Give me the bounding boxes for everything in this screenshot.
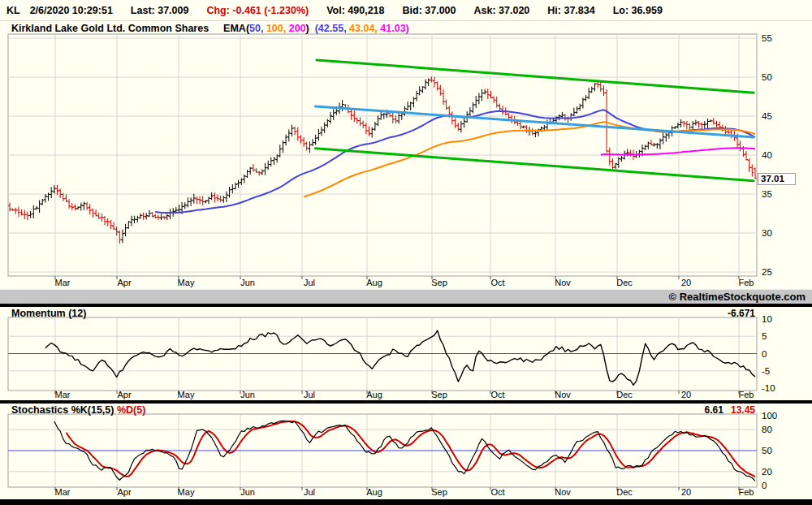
stochastics-chart: MarAprMayJunJulAugSepOctNovDec20Feb10080… xyxy=(0,404,812,499)
svg-text:20: 20 xyxy=(681,390,691,399)
svg-text:Dec: Dec xyxy=(616,487,633,497)
svg-text:Feb: Feb xyxy=(739,278,754,287)
svg-text:0: 0 xyxy=(762,481,767,490)
svg-text:May: May xyxy=(178,390,195,399)
svg-text:Oct: Oct xyxy=(490,487,504,497)
quote-header: KL 2/6/2020 10:29:51 Last: 37.009 Chg: -… xyxy=(0,0,812,21)
quote-last: Last: 37.009 xyxy=(131,5,189,16)
svg-text:0: 0 xyxy=(762,349,767,359)
svg-text:Nov: Nov xyxy=(555,390,571,399)
svg-text:30: 30 xyxy=(762,228,772,238)
bottom-bar xyxy=(0,499,812,505)
svg-text:-10: -10 xyxy=(762,383,775,393)
quote-volume: Vol: 490,218 xyxy=(326,5,384,16)
stochastics-d-title: %D(5) xyxy=(117,404,145,416)
svg-text:May: May xyxy=(178,487,195,497)
svg-text:20: 20 xyxy=(681,278,691,287)
price-chart-title-row: Kirkland Lake Gold Ltd. Common Shares EM… xyxy=(11,23,409,34)
svg-text:25: 25 xyxy=(762,267,772,277)
svg-text:Jul: Jul xyxy=(304,278,315,287)
svg-text:Jun: Jun xyxy=(240,487,255,497)
svg-text:Jul: Jul xyxy=(304,390,315,399)
instrument-title: Kirkland Lake Gold Ltd. Common Shares xyxy=(11,23,209,34)
svg-text:Aug: Aug xyxy=(366,487,382,497)
svg-text:Sep: Sep xyxy=(431,487,447,497)
stochastics-value-row: 6.61 13.45 xyxy=(705,404,755,416)
svg-text:Sep: Sep xyxy=(431,390,447,399)
svg-text:Feb: Feb xyxy=(739,487,754,497)
svg-text:Jun: Jun xyxy=(240,278,255,287)
quote-datetime: 2/6/2020 10:29:51 xyxy=(30,5,113,16)
svg-text:Mar: Mar xyxy=(55,487,71,497)
svg-text:Oct: Oct xyxy=(490,278,504,287)
svg-text:100: 100 xyxy=(762,411,777,421)
quote-bid: Bid: 37.000 xyxy=(403,5,456,16)
svg-text:40: 40 xyxy=(762,150,772,160)
quote-high: Hi: 37.834 xyxy=(547,5,594,16)
momentum-title-row: Momentum (12) xyxy=(11,308,86,319)
svg-text:Apr: Apr xyxy=(117,390,131,399)
svg-text:20: 20 xyxy=(762,467,772,477)
svg-text:Nov: Nov xyxy=(555,278,571,287)
ema-legend: EMA(50, 100, 200) (42.55, 43.04, 41.03) xyxy=(223,23,409,34)
watermark-bar: © RealtimeStockquote.com xyxy=(0,289,812,304)
momentum-title: Momentum (12) xyxy=(11,308,86,319)
svg-text:50: 50 xyxy=(762,446,772,455)
svg-text:Jul: Jul xyxy=(304,487,315,497)
svg-text:10: 10 xyxy=(762,314,772,324)
stochastics-k-title: Stochastics %K(15,5) xyxy=(11,404,117,416)
svg-text:-5: -5 xyxy=(762,366,770,376)
svg-text:Aug: Aug xyxy=(366,278,382,287)
svg-text:Mar: Mar xyxy=(55,278,71,287)
stochastics-d-value: 13.45 xyxy=(731,404,755,416)
stochastics-k-value: 6.61 xyxy=(705,404,723,416)
svg-text:Mar: Mar xyxy=(55,390,71,399)
momentum-last-value: -6.671 xyxy=(728,308,755,319)
quote-symbol: KL xyxy=(6,5,20,16)
svg-text:Oct: Oct xyxy=(490,390,504,399)
svg-text:Sep: Sep xyxy=(431,278,447,287)
momentum-value-row: -6.671 xyxy=(728,308,755,319)
svg-text:Dec: Dec xyxy=(616,278,633,287)
price-chart: MarAprMayJunJulAugSepOctNovDec20Feb55504… xyxy=(0,21,812,289)
svg-text:Apr: Apr xyxy=(117,278,131,287)
svg-text:Aug: Aug xyxy=(366,390,382,399)
svg-text:35: 35 xyxy=(762,189,772,199)
svg-text:Nov: Nov xyxy=(555,487,571,497)
momentum-chart: MarAprMayJunJulAugSepOctNovDec20Feb1050-… xyxy=(0,307,812,400)
svg-text:Jun: Jun xyxy=(240,390,255,399)
svg-text:45: 45 xyxy=(762,111,772,121)
quote-low: Lo: 36.959 xyxy=(613,5,663,16)
quote-ask: Ask: 37.020 xyxy=(474,5,530,16)
svg-text:Feb: Feb xyxy=(739,390,754,399)
stochastics-title-row: Stochastics %K(15,5) %D(5) xyxy=(11,404,145,416)
last-price-badge: 37.01 xyxy=(758,173,796,185)
svg-text:80: 80 xyxy=(762,425,772,434)
quote-change: Chg: -0.461 (-1.230%) xyxy=(206,5,309,16)
watermark-link[interactable]: © RealtimeStockquote.com xyxy=(668,291,806,303)
svg-text:May: May xyxy=(178,278,195,287)
svg-text:20: 20 xyxy=(681,487,691,497)
svg-text:5: 5 xyxy=(762,331,767,341)
svg-text:Apr: Apr xyxy=(117,487,131,497)
svg-text:Dec: Dec xyxy=(616,390,633,399)
svg-text:55: 55 xyxy=(762,33,772,43)
svg-text:50: 50 xyxy=(762,72,772,82)
